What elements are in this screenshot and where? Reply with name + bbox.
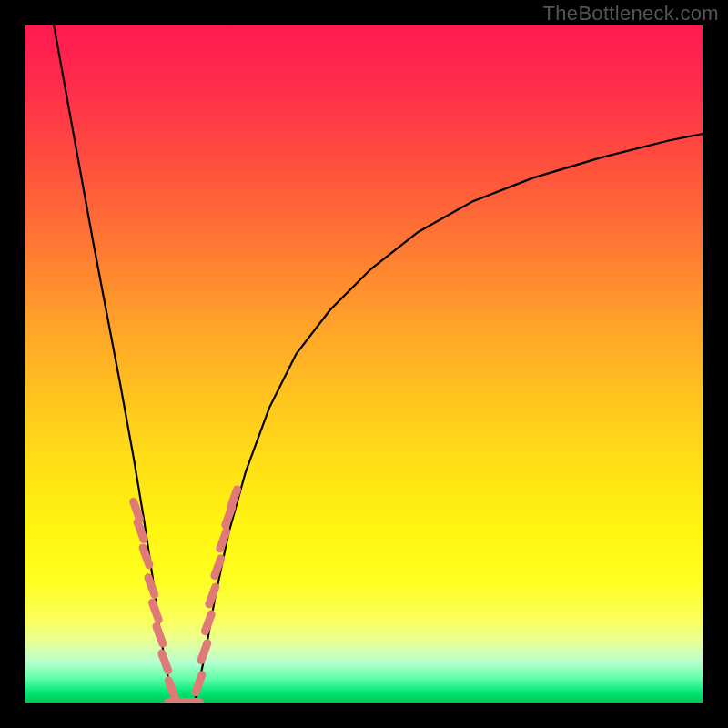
- tick-mark: [209, 587, 216, 604]
- tick-mark: [134, 501, 140, 519]
- tick-mark: [143, 548, 149, 565]
- tick-mark: [220, 531, 227, 549]
- tick-mark: [137, 522, 144, 540]
- tick-mark: [148, 578, 155, 595]
- tick-mark: [168, 681, 175, 698]
- tick-mark: [157, 626, 163, 643]
- watermark-text: TheBottleneck.com: [543, 2, 719, 25]
- chart-svg: [25, 25, 703, 703]
- tick-mark: [201, 643, 207, 661]
- tick-mark: [152, 602, 158, 620]
- tick-mark: [162, 653, 168, 671]
- curve-right: [195, 134, 703, 703]
- tick-mark: [196, 675, 202, 693]
- plot-area: [25, 25, 703, 703]
- tick-mark: [231, 490, 238, 507]
- tick-mark: [215, 559, 221, 576]
- tick-mark: [205, 614, 211, 632]
- tick-marks: [134, 490, 238, 703]
- curve-left: [54, 25, 174, 703]
